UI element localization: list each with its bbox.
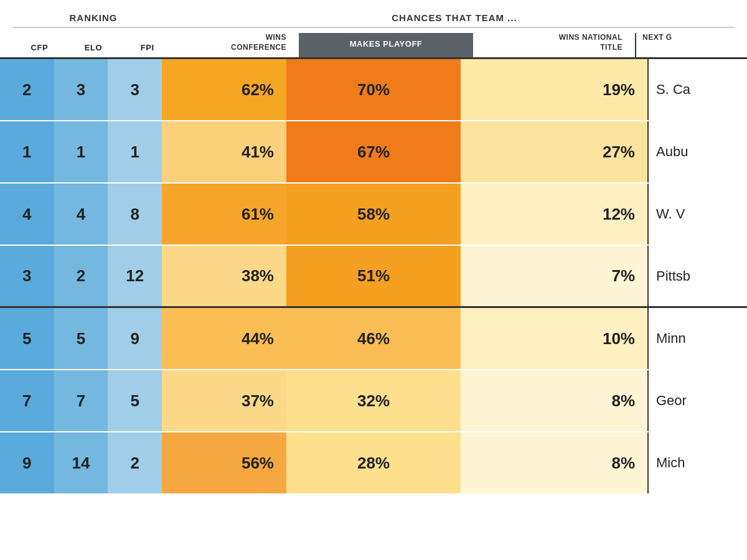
table-row: 5 5 9 44% 46% 10% Minn	[0, 308, 747, 370]
rank-elo: 1	[54, 121, 108, 182]
cell-next: Minn	[647, 308, 747, 369]
rank-fpi: 2	[108, 432, 162, 493]
col-header-wins-title: WINS NATIONALTITLE	[473, 33, 635, 57]
cell-wins-conference: 62%	[162, 59, 286, 120]
cell-wins-title: 8%	[461, 432, 647, 493]
rank-elo: 3	[54, 59, 108, 120]
ranking-cell: 7 7 5	[0, 370, 162, 431]
cell-wins-title: 7%	[461, 246, 647, 306]
chances-cell: 56% 28% 8% Mich	[162, 432, 747, 493]
chances-cell: 61% 58% 12% W. V	[162, 184, 747, 245]
cell-next: Aubu	[647, 121, 747, 182]
cell-wins-title: 12%	[461, 184, 647, 245]
cell-makes-playoff: 28%	[286, 432, 461, 493]
cell-next: W. V	[647, 184, 747, 245]
cell-wins-conference: 38%	[162, 246, 286, 306]
rank-elo: 5	[54, 308, 108, 369]
chances-subheader: WINSCONFERENCE MAKES PLAYOFF WINS NATION…	[174, 33, 735, 57]
cell-makes-playoff: 46%	[286, 308, 461, 369]
rank-cfp: 5	[0, 308, 54, 369]
ranking-cell: 5 5 9	[0, 308, 162, 369]
ranking-subheader: CFP ELO FPI	[12, 43, 174, 58]
ranking-cell: 9 14 2	[0, 432, 162, 493]
table-row: 4 4 8 61% 58% 12% W. V	[0, 184, 747, 246]
cell-makes-playoff: 70%	[286, 59, 461, 120]
cell-wins-conference: 61%	[162, 184, 286, 245]
cell-wins-conference: 41%	[162, 121, 286, 182]
col-header-next: NEXT G	[635, 33, 735, 57]
rank-cfp: 3	[0, 246, 54, 306]
table-row: 2 3 3 62% 70% 19% S. Ca	[0, 59, 747, 121]
rank-cfp: 4	[0, 184, 54, 245]
rank-fpi: 9	[108, 308, 162, 369]
rank-cfp: 7	[0, 370, 54, 431]
cell-next: Geor	[647, 370, 747, 431]
cell-makes-playoff: 67%	[286, 121, 461, 182]
cell-next: S. Ca	[647, 59, 747, 120]
cell-wins-title: 8%	[461, 370, 647, 431]
cell-makes-playoff: 32%	[286, 370, 461, 431]
rank-elo: 4	[54, 184, 108, 245]
rank-cfp: 9	[0, 432, 54, 493]
rank-fpi: 3	[108, 59, 162, 120]
col-header-wins-conference: WINSCONFERENCE	[174, 33, 299, 57]
cell-wins-title: 27%	[461, 121, 647, 182]
cell-makes-playoff: 58%	[286, 184, 461, 245]
rank-fpi: 8	[108, 184, 162, 245]
chances-header: CHANCES THAT TEAM ...	[174, 12, 735, 28]
cell-next: Pittsb	[647, 246, 747, 306]
cell-makes-playoff: 51%	[286, 246, 461, 306]
table-row: 3 2 12 38% 51% 7% Pittsb	[0, 246, 747, 308]
rank-fpi: 5	[108, 370, 162, 431]
rank-fpi: 12	[108, 246, 162, 306]
cell-next: Mich	[647, 432, 747, 493]
cell-wins-conference: 56%	[162, 432, 286, 493]
chances-cell: 38% 51% 7% Pittsb	[162, 246, 747, 306]
rank-cfp: 1	[0, 121, 54, 182]
table-row: 9 14 2 56% 28% 8% Mich	[0, 432, 747, 495]
cell-wins-title: 10%	[461, 308, 647, 369]
cell-wins-conference: 44%	[162, 308, 286, 369]
main-container: RANKING CHANCES THAT TEAM ... CFP ELO FP…	[0, 0, 747, 495]
rank-elo: 14	[54, 432, 108, 493]
header-section: RANKING CHANCES THAT TEAM ...	[0, 12, 747, 28]
table-body: 2 3 3 62% 70% 19% S. Ca 1 1 1 41% 67% 27…	[0, 57, 747, 495]
subheader-row: CFP ELO FPI WINSCONFERENCE MAKES PLAYOFF…	[0, 33, 747, 57]
cell-wins-title: 19%	[461, 59, 647, 120]
cell-wins-conference: 37%	[162, 370, 286, 431]
ranking-header: RANKING	[12, 12, 174, 28]
col-header-makes-playoff: MAKES PLAYOFF	[299, 33, 473, 57]
ranking-cell: 4 4 8	[0, 184, 162, 245]
col-header-cfp: CFP	[21, 43, 58, 53]
col-header-fpi: FPI	[129, 43, 166, 53]
chances-cell: 62% 70% 19% S. Ca	[162, 59, 747, 120]
rank-elo: 7	[54, 370, 108, 431]
chances-cell: 41% 67% 27% Aubu	[162, 121, 747, 182]
rank-cfp: 2	[0, 59, 54, 120]
ranking-cell: 1 1 1	[0, 121, 162, 182]
ranking-cell: 3 2 12	[0, 246, 162, 306]
table-row: 7 7 5 37% 32% 8% Geor	[0, 370, 747, 432]
chances-cell: 37% 32% 8% Geor	[162, 370, 747, 431]
ranking-cell: 2 3 3	[0, 59, 162, 120]
chances-cell: 44% 46% 10% Minn	[162, 308, 747, 369]
col-header-elo: ELO	[75, 43, 112, 53]
table-row: 1 1 1 41% 67% 27% Aubu	[0, 121, 747, 184]
rank-elo: 2	[54, 246, 108, 306]
rank-fpi: 1	[108, 121, 162, 182]
